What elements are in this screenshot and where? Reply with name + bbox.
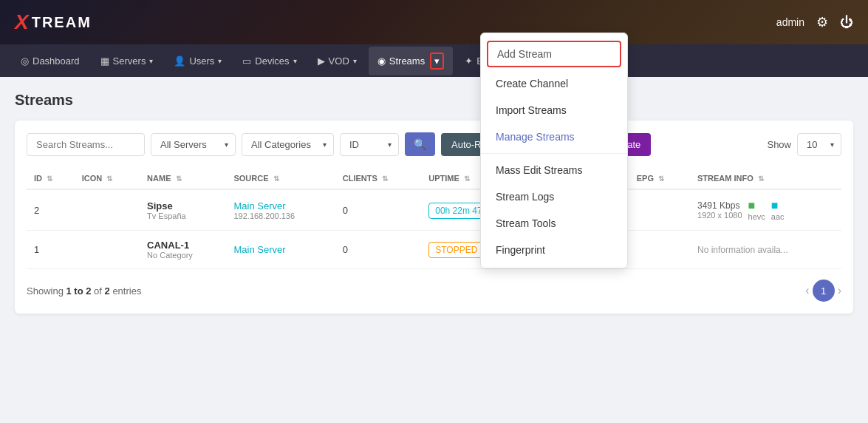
logo-x: X <box>15 10 29 34</box>
sidebar-item-vod[interactable]: ▶ VOD ▾ <box>309 50 366 72</box>
table-header-row: ID ⇅ ICON ⇅ NAME ⇅ SOURCE ⇅ CLIENTS ⇅ UP… <box>27 168 841 189</box>
cell-name: Sipse Tv España <box>140 189 226 231</box>
sidebar-item-label: Streams <box>389 55 425 67</box>
sidebar-item-streams[interactable]: ◉ Streams ▾ <box>369 47 453 75</box>
dropdown-item-import-streams[interactable]: Import Streams <box>481 97 627 123</box>
bouquets-icon: ✦ <box>465 55 473 67</box>
all-categories-select[interactable]: All Categories <box>242 133 334 156</box>
search-button[interactable]: 🔍 <box>405 132 435 156</box>
order-select-wrapper: ID ▾ <box>340 133 399 156</box>
header-right: admin ⚙ ⏻ <box>776 14 853 30</box>
users-icon: 👤 <box>174 55 185 67</box>
dropdown-item-stream-tools[interactable]: Stream Tools <box>481 210 627 237</box>
streams-table: ID ⇅ ICON ⇅ NAME ⇅ SOURCE ⇅ CLIENTS ⇅ UP… <box>27 168 841 269</box>
sidebar-item-label: VOD <box>329 55 349 67</box>
cell-icon <box>75 189 140 231</box>
dropdown-item-add-stream[interactable]: Add Stream <box>487 41 621 67</box>
dropdown-item-stream-logs[interactable]: Stream Logs <box>481 183 627 210</box>
all-servers-select[interactable]: All Servers Main Server <box>151 133 236 156</box>
order-select[interactable]: ID <box>340 133 399 156</box>
dropdown-separator <box>481 153 627 154</box>
chevron-down-icon: ▾ <box>218 57 222 65</box>
cell-id: 1 <box>27 231 75 269</box>
cell-epg <box>629 189 690 231</box>
settings-icon[interactable]: ⚙ <box>816 14 828 30</box>
logo: X TREAM <box>15 10 92 34</box>
power-icon[interactable]: ⏻ <box>840 15 853 30</box>
sidebar-item-label: Servers <box>113 55 146 67</box>
cell-source: Main Server <box>226 231 335 269</box>
nav: ◎ Dashboard ▦ Servers ▾ 👤 Users ▾ ▭ Devi… <box>0 44 868 77</box>
toolbar: All Servers Main Server ▾ All Categories… <box>27 132 841 156</box>
all-categories-select-wrapper: All Categories ▾ <box>242 133 334 156</box>
pagination-area: Showing 1 to 2 of 2 entries ‹ 1 › <box>27 280 841 302</box>
sidebar-item-users[interactable]: 👤 Users ▾ <box>165 50 230 72</box>
all-servers-select-wrapper: All Servers Main Server ▾ <box>151 133 236 156</box>
search-input[interactable] <box>27 133 145 156</box>
streams-dropdown-menu: Add Stream Create Channel Import Streams… <box>480 33 628 268</box>
pagination-next[interactable]: › <box>838 284 841 297</box>
table-row: 2 Sipse Tv España Main Server 192.168.20… <box>27 189 841 231</box>
col-stream-info[interactable]: STREAM INFO ⇅ <box>690 168 841 189</box>
col-id[interactable]: ID ⇅ <box>27 168 75 189</box>
dropdown-item-manage-streams[interactable]: Manage Streams <box>481 123 627 150</box>
cell-clients: 0 <box>335 189 421 231</box>
cell-epg <box>629 231 690 269</box>
sidebar-item-label: Dashboard <box>33 55 80 67</box>
sidebar-item-label: Users <box>189 55 214 67</box>
dashboard-icon: ◎ <box>21 55 29 67</box>
dropdown-item-mass-edit[interactable]: Mass Edit Streams <box>481 157 627 183</box>
streams-dropdown-arrow[interactable]: ▾ <box>430 53 444 70</box>
pagination-page-1[interactable]: 1 <box>813 280 835 302</box>
dropdown-item-create-channel[interactable]: Create Channel <box>481 70 627 97</box>
table-row: 1 CANAL-1 No Category Main Server 0 STOP… <box>27 231 841 269</box>
page-title: Streams <box>15 92 853 109</box>
streams-table-container: All Servers Main Server ▾ All Categories… <box>15 121 853 314</box>
cell-icon <box>75 231 140 269</box>
sidebar-item-dashboard[interactable]: ◎ Dashboard <box>12 50 89 72</box>
cell-source: Main Server 192.168.200.136 <box>226 189 335 231</box>
sidebar-item-devices[interactable]: ▭ Devices ▾ <box>233 50 305 72</box>
pagination-prev[interactable]: ‹ <box>805 284 809 297</box>
chevron-down-icon: ▾ <box>293 57 297 65</box>
sidebar-item-label: Devices <box>255 55 289 67</box>
dropdown-item-fingerprint[interactable]: Fingerprint <box>481 237 627 263</box>
chevron-down-icon: ▾ <box>149 57 153 65</box>
header: X TREAM admin ⚙ ⏻ <box>0 0 868 44</box>
cell-name: CANAL-1 No Category <box>140 231 226 269</box>
col-icon[interactable]: ICON ⇅ <box>75 168 140 189</box>
show-label: Show <box>767 139 791 150</box>
cell-id: 2 <box>27 189 75 231</box>
col-source[interactable]: SOURCE ⇅ <box>226 168 335 189</box>
show-count-wrapper: 10 25 50 ▾ <box>797 133 841 156</box>
pagination: ‹ 1 › <box>805 280 841 302</box>
devices-icon: ▭ <box>242 55 251 67</box>
admin-label: admin <box>776 16 804 28</box>
logo-text: TREAM <box>32 14 92 31</box>
cell-stream-info: 3491 Kbps 1920 x 1080 ■ hevc ■ aac <box>690 189 841 231</box>
cell-clients: 0 <box>335 231 421 269</box>
show-count-select[interactable]: 10 25 50 <box>797 133 841 156</box>
main-content: Streams All Servers Main Server ▾ All Ca… <box>0 77 868 328</box>
col-name[interactable]: NAME ⇅ <box>140 168 226 189</box>
cell-stream-info: No information availa... <box>690 231 841 269</box>
servers-icon: ▦ <box>100 55 109 67</box>
col-epg[interactable]: EPG ⇅ <box>629 168 690 189</box>
col-clients[interactable]: CLIENTS ⇅ <box>335 168 421 189</box>
vod-icon: ▶ <box>318 55 325 67</box>
chevron-down-icon: ▾ <box>353 57 357 65</box>
sidebar-item-servers[interactable]: ▦ Servers ▾ <box>92 50 163 72</box>
streams-icon: ◉ <box>377 55 386 67</box>
showing-text: Showing 1 to 2 of 2 entries <box>27 285 141 297</box>
